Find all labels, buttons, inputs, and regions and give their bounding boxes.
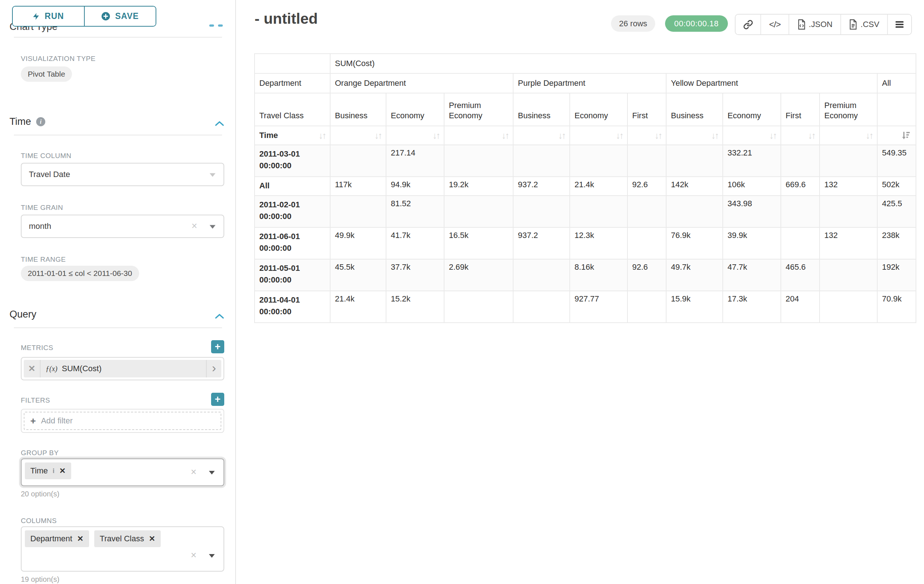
chart-title[interactable]: - untitled: [254, 10, 318, 27]
view-query-button[interactable]: </>: [761, 15, 789, 34]
pivot-cell: 192k: [877, 259, 916, 291]
visualization-type-pill[interactable]: Pivot Table: [21, 66, 72, 82]
sort-desc-icon[interactable]: [901, 130, 911, 140]
pivot-cell: 47.7k: [723, 259, 781, 291]
lightning-icon: [33, 12, 40, 21]
metric-item[interactable]: ✕ ƒ(x) SUM(Cost) ›: [24, 360, 221, 377]
sort-icon[interactable]: ↓↑: [866, 131, 873, 140]
run-button[interactable]: RUN: [13, 7, 84, 26]
time-column-label: TIME COLUMN: [21, 152, 72, 160]
pivot-cell: 15.2k: [386, 291, 444, 322]
pivot-cell: 343.98: [723, 196, 781, 227]
time-range-pill[interactable]: 2011-01-01 ≤ col < 2011-06-30: [21, 266, 139, 281]
pivot-cell: 92.6: [627, 177, 666, 196]
chevron-down-icon: [210, 173, 216, 177]
remove-metric-icon[interactable]: ✕: [24, 360, 41, 377]
pivot-cell: 117k: [330, 177, 386, 196]
group-by-select[interactable]: Time i ✕ ×: [21, 459, 224, 486]
pivot-metric-header: SUM(Cost): [330, 54, 916, 73]
pivot-cell: [820, 291, 877, 322]
time-section-title: Time i: [10, 116, 45, 127]
pivot-cell: 19.2k: [444, 177, 513, 196]
pivot-cell: 937.2: [513, 227, 570, 259]
pivot-cell: 15.9k: [666, 291, 723, 322]
pivot-cell: 502k: [877, 177, 916, 196]
pivot-column-header: [877, 93, 916, 126]
pivot-cell: 49.9k: [330, 227, 386, 259]
sort-icon[interactable]: ↓↑: [375, 131, 381, 140]
clear-icon[interactable]: ×: [191, 550, 196, 561]
pivot-sort-cell: ↓↑: [444, 126, 513, 145]
info-icon[interactable]: i: [53, 467, 54, 475]
pivot-cell: [820, 196, 877, 227]
sort-icon[interactable]: ↓↑: [769, 131, 776, 140]
pivot-cell: 92.6: [627, 259, 666, 291]
file-icon: [849, 19, 858, 30]
export-csv-button[interactable]: .CSV: [840, 15, 887, 34]
pivot-column-header: First: [627, 93, 666, 126]
pivot-cell: [570, 196, 627, 227]
sort-icon[interactable]: ↓↑: [808, 131, 815, 140]
share-link-button[interactable]: [736, 15, 761, 34]
pivot-row-header: 2011-03-01 00:00:00: [254, 145, 330, 177]
sort-icon[interactable]: ↓↑: [655, 131, 662, 140]
pivot-cell: [513, 291, 570, 322]
remove-tag-icon[interactable]: ✕: [59, 466, 66, 475]
filters-control: + Add filter: [21, 409, 224, 433]
pivot-sort-cell: ↓↑: [666, 126, 723, 145]
pivot-cell: [513, 259, 570, 291]
sort-icon[interactable]: ↓↑: [558, 131, 565, 140]
time-column-select[interactable]: Travel Date: [21, 163, 224, 186]
pivot-cell: [444, 145, 513, 177]
pivot-cell: 927.77: [570, 291, 627, 322]
clear-icon[interactable]: ×: [191, 466, 196, 478]
pivot-cell: 549.35: [877, 145, 916, 177]
pivot-column-header: Premium Economy: [444, 93, 513, 126]
collapsed-chevron-mark: [209, 25, 214, 26]
time-grain-label: TIME GRAIN: [21, 204, 63, 212]
chevron-up-icon[interactable]: [215, 313, 224, 319]
menu-button[interactable]: [887, 15, 911, 34]
filters-label: FILTERS: [21, 396, 50, 405]
export-json-button[interactable]: .JSON: [789, 15, 840, 34]
query-timer-badge: 00:00:00.18: [665, 15, 728, 32]
sort-icon[interactable]: ↓↑: [318, 131, 325, 140]
pivot-sort-cell: ↓↑: [723, 126, 781, 145]
info-icon[interactable]: i: [36, 117, 45, 126]
pivot-column-group-header: Yellow Department: [666, 73, 877, 93]
sort-icon[interactable]: ↓↑: [432, 131, 439, 140]
columns-select[interactable]: Department ✕ Travel Class ✕ ×: [21, 526, 224, 572]
pivot-cell: [330, 145, 386, 177]
time-grain-select[interactable]: month ×: [21, 215, 224, 238]
pivot-column-header: Economy: [723, 93, 781, 126]
pivot-cell: 37.7k: [386, 259, 444, 291]
sort-icon[interactable]: ↓↑: [502, 131, 508, 140]
pivot-corner-cell: [254, 54, 330, 73]
add-metric-button[interactable]: +: [211, 340, 224, 353]
chevron-right-icon[interactable]: ›: [206, 360, 221, 377]
add-filter-plus-button[interactable]: +: [211, 393, 224, 406]
group-by-tag: Time i ✕: [25, 462, 71, 479]
panel-divider[interactable]: [235, 0, 236, 584]
group-by-label: GROUP BY: [21, 449, 59, 457]
time-range-label: TIME RANGE: [21, 255, 66, 263]
pivot-cell: 45.5k: [330, 259, 386, 291]
sort-icon[interactable]: ↓↑: [711, 131, 718, 140]
clear-icon[interactable]: ×: [191, 220, 197, 232]
add-filter-button[interactable]: + Add filter: [24, 412, 221, 430]
pivot-sort-cell: ↓↑: [386, 126, 444, 145]
chevron-up-icon[interactable]: [215, 120, 224, 126]
pivot-cell: 238k: [877, 227, 916, 259]
sort-icon[interactable]: ↓↑: [616, 131, 623, 140]
file-code-icon: [797, 19, 806, 30]
visualization-type-label: VISUALIZATION TYPE: [21, 55, 96, 63]
pivot-cell: 41.7k: [386, 227, 444, 259]
columns-tag: Department ✕: [25, 530, 89, 547]
collapsed-chevron-mark: [218, 25, 223, 26]
pivot-cell: [666, 196, 723, 227]
remove-tag-icon[interactable]: ✕: [77, 535, 84, 543]
save-button[interactable]: SAVE: [84, 7, 156, 26]
plus-circle-icon: [101, 12, 110, 21]
pivot-cell: 937.2: [513, 177, 570, 196]
remove-tag-icon[interactable]: ✕: [148, 535, 155, 543]
